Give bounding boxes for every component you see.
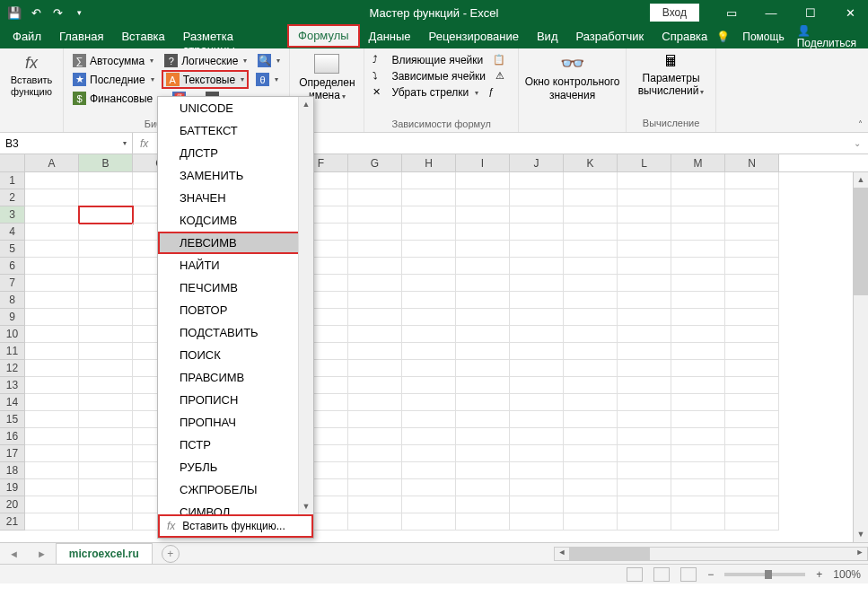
cell[interactable]	[510, 258, 564, 275]
cell[interactable]	[79, 189, 133, 206]
cell[interactable]	[25, 206, 79, 224]
cell[interactable]	[618, 189, 671, 206]
login-button[interactable]: Вход	[650, 4, 699, 22]
cell[interactable]	[725, 411, 779, 428]
cell[interactable]	[725, 428, 779, 445]
cell[interactable]	[618, 258, 671, 275]
zoom-slider[interactable]	[724, 573, 805, 576]
cell[interactable]	[510, 172, 564, 189]
trace-precedents-button[interactable]: ⤴Влияющие ячейки 📋	[370, 52, 513, 68]
column-header[interactable]: H	[402, 154, 456, 171]
cell[interactable]	[510, 360, 564, 377]
cell[interactable]	[25, 360, 79, 377]
cell[interactable]	[671, 292, 725, 309]
scroll-down-icon[interactable]: ▼	[299, 499, 313, 514]
qat-customize-icon[interactable]: ▾	[72, 5, 86, 20]
cell[interactable]	[564, 241, 618, 258]
cell[interactable]	[671, 428, 725, 445]
cell[interactable]	[402, 360, 456, 377]
add-sheet-button[interactable]: +	[162, 545, 180, 563]
cell[interactable]	[725, 224, 779, 241]
column-header[interactable]: J	[510, 154, 564, 171]
cell[interactable]	[348, 428, 402, 445]
cell[interactable]	[348, 513, 402, 531]
cell[interactable]	[79, 394, 133, 411]
cell[interactable]	[671, 172, 725, 189]
cell[interactable]	[348, 360, 402, 377]
row-header[interactable]: 11	[0, 343, 25, 360]
row-header[interactable]: 4	[0, 224, 25, 241]
cell[interactable]	[564, 411, 618, 428]
column-header[interactable]: M	[671, 154, 725, 171]
cell[interactable]	[671, 241, 725, 258]
cell[interactable]	[25, 309, 79, 326]
cell[interactable]	[402, 411, 456, 428]
cell[interactable]	[618, 343, 671, 360]
ribbon-display-icon[interactable]: ▭	[714, 0, 750, 25]
cell[interactable]	[348, 275, 402, 292]
cell[interactable]	[671, 394, 725, 411]
cell[interactable]	[564, 172, 618, 189]
cell[interactable]	[79, 224, 133, 241]
cell[interactable]	[348, 377, 402, 394]
cell[interactable]	[671, 360, 725, 377]
cell[interactable]	[348, 445, 402, 462]
tab-данные[interactable]: Данные	[360, 25, 420, 48]
financial-button[interactable]: $Финансовые▾	[69, 90, 165, 107]
row-header[interactable]: 6	[0, 258, 25, 275]
function-item[interactable]: ПЕЧСИМВ	[158, 276, 313, 299]
cell[interactable]	[348, 172, 402, 189]
cell[interactable]	[25, 326, 79, 343]
row-header[interactable]: 9	[0, 309, 25, 326]
row-header[interactable]: 5	[0, 241, 25, 258]
cell[interactable]	[510, 377, 564, 394]
function-item[interactable]: СЖПРОБЕЛЫ	[158, 478, 313, 501]
evaluate-icon[interactable]: ƒ	[488, 86, 503, 99]
tell-me-icon[interactable]: 💡	[716, 31, 730, 43]
cell[interactable]	[402, 445, 456, 462]
cell[interactable]	[402, 292, 456, 309]
scroll-right-icon[interactable]: ►	[853, 548, 867, 560]
cell[interactable]	[564, 189, 618, 206]
row-header[interactable]: 15	[0, 411, 25, 428]
cell[interactable]	[618, 206, 671, 224]
tab-вид[interactable]: Вид	[528, 25, 567, 48]
cell[interactable]	[25, 445, 79, 462]
row-header[interactable]: 17	[0, 445, 25, 462]
row-header[interactable]: 7	[0, 275, 25, 292]
function-item[interactable]: РУБЛЬ	[158, 456, 313, 478]
function-item[interactable]: ПРАВСИМВ	[158, 366, 313, 389]
cell[interactable]	[510, 411, 564, 428]
cell[interactable]	[510, 496, 564, 513]
cell[interactable]	[402, 224, 456, 241]
cell[interactable]	[79, 206, 133, 224]
function-item[interactable]: ПРОПИСН	[158, 389, 313, 411]
cell[interactable]	[618, 275, 671, 292]
cell[interactable]	[25, 377, 79, 394]
cell[interactable]	[348, 496, 402, 513]
function-item[interactable]: ЛЕВСИМВ	[158, 232, 313, 254]
cell[interactable]	[725, 513, 779, 531]
function-item[interactable]: ПРОПНАЧ	[158, 411, 313, 434]
cell[interactable]	[618, 360, 671, 377]
cell[interactable]	[510, 394, 564, 411]
select-all-corner[interactable]	[0, 154, 25, 171]
cell[interactable]	[402, 326, 456, 343]
cell[interactable]	[25, 428, 79, 445]
scroll-up-icon[interactable]: ▲	[854, 172, 868, 188]
row-header[interactable]: 3	[0, 206, 25, 224]
cell[interactable]	[402, 394, 456, 411]
function-item[interactable]: ЗАМЕНИТЬ	[158, 164, 313, 187]
cell[interactable]	[725, 241, 779, 258]
zoom-out-icon[interactable]: −	[707, 568, 714, 581]
cell[interactable]	[348, 411, 402, 428]
cell[interactable]	[456, 241, 510, 258]
cell[interactable]	[348, 241, 402, 258]
function-item[interactable]: БАТТЕКСТ	[158, 119, 313, 142]
autosum-button[interactable]: ∑Автосумма▾	[69, 52, 157, 69]
cell[interactable]	[456, 326, 510, 343]
cell[interactable]	[25, 224, 79, 241]
cell[interactable]	[725, 445, 779, 462]
page-layout-view-icon[interactable]	[653, 567, 670, 582]
cell[interactable]	[79, 496, 133, 513]
